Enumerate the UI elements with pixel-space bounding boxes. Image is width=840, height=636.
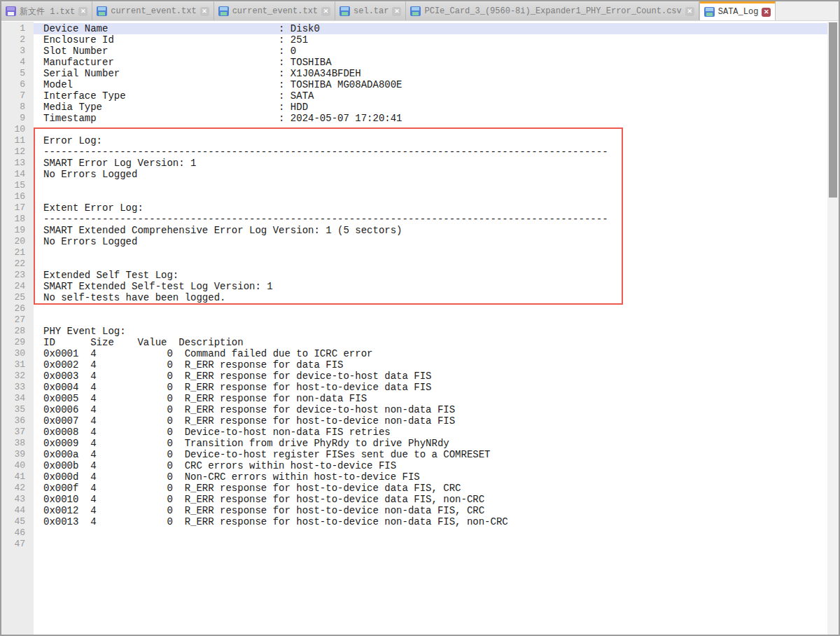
line-number: 36 bbox=[1, 415, 34, 427]
line-number: 34 bbox=[1, 393, 34, 404]
save-icon bbox=[340, 6, 350, 16]
line-number: 20 bbox=[1, 236, 34, 247]
line-number: 24 bbox=[1, 281, 34, 292]
line-number: 39 bbox=[1, 449, 34, 460]
tab-label: sel.tar bbox=[354, 6, 388, 16]
line-number: 18 bbox=[1, 214, 34, 225]
line-number: 14 bbox=[1, 169, 34, 180]
line-number: 47 bbox=[1, 539, 34, 550]
line-number: 27 bbox=[1, 314, 34, 326]
line-number: 46 bbox=[1, 527, 34, 539]
line-number: 21 bbox=[1, 247, 34, 258]
line-number: 1 bbox=[1, 23, 34, 34]
line-number-gutter: 1234567891011121314151617181920212223242… bbox=[1, 22, 34, 635]
line-number: 32 bbox=[1, 371, 34, 382]
tab-label: current_event.txt bbox=[232, 6, 318, 16]
line-number: 2 bbox=[1, 34, 34, 46]
tab-label: current_event.txt bbox=[111, 6, 196, 16]
save-icon bbox=[704, 7, 715, 17]
save-icon bbox=[6, 6, 16, 16]
line-number: 29 bbox=[1, 337, 34, 348]
tab-current-event-txt[interactable]: current_event.txt✕ bbox=[92, 1, 214, 20]
line-number: 16 bbox=[1, 191, 34, 202]
line-number: 13 bbox=[1, 158, 34, 169]
line-number: 8 bbox=[1, 102, 34, 113]
close-icon[interactable]: ✕ bbox=[685, 7, 694, 16]
tab-pcie-card-3-9560-8i-expander1-phy-error-count-csv[interactable]: PCIe_Card_3_(9560-8i)_Expander1_PHY_Erro… bbox=[406, 1, 699, 20]
line-number: 4 bbox=[1, 57, 34, 68]
line-number: 11 bbox=[1, 135, 34, 146]
line-number: 31 bbox=[1, 359, 34, 371]
line-number: 23 bbox=[1, 270, 34, 281]
line-number: 25 bbox=[1, 292, 34, 303]
save-icon bbox=[410, 6, 421, 16]
text-editor-window: 新文件 1.txt✕current_event.txt✕current_even… bbox=[0, 0, 840, 636]
vertical-scrollbar[interactable] bbox=[827, 22, 839, 635]
line-number: 26 bbox=[1, 303, 34, 314]
line-number: 28 bbox=[1, 326, 34, 337]
save-icon bbox=[218, 6, 229, 16]
line-number: 6 bbox=[1, 79, 34, 90]
line-number: 43 bbox=[1, 494, 34, 505]
line-number: 44 bbox=[1, 505, 34, 516]
line-number: 38 bbox=[1, 438, 34, 449]
scrollbar-thumb[interactable] bbox=[829, 22, 837, 198]
line-number: 30 bbox=[1, 348, 34, 359]
tab-label: PCIe_Card_3_(9560-8i)_Expander1_PHY_Erro… bbox=[424, 6, 681, 16]
close-icon[interactable]: ✕ bbox=[762, 8, 771, 17]
line-number: 37 bbox=[1, 427, 34, 438]
line-number: 10 bbox=[1, 124, 34, 135]
tab-bar: 新文件 1.txt✕current_event.txt✕current_even… bbox=[1, 1, 839, 21]
line-number: 42 bbox=[1, 483, 34, 494]
line-number: 22 bbox=[1, 258, 34, 270]
tab-1-txt[interactable]: 新文件 1.txt✕ bbox=[1, 1, 92, 20]
line-number: 12 bbox=[1, 146, 34, 158]
line-number: 19 bbox=[1, 225, 34, 236]
tab-current-event-txt[interactable]: current_event.txt✕ bbox=[214, 1, 335, 20]
line-number: 5 bbox=[1, 68, 34, 79]
close-icon[interactable]: ✕ bbox=[200, 7, 209, 16]
save-icon bbox=[97, 6, 107, 16]
code-region: Device Name : Disk0 Enclosure Id : 251 S… bbox=[34, 22, 827, 635]
line-number: 17 bbox=[1, 202, 34, 214]
editor-area: 1234567891011121314151617181920212223242… bbox=[1, 22, 839, 635]
line-number: 41 bbox=[1, 471, 34, 483]
line-number: 7 bbox=[1, 90, 34, 102]
close-icon[interactable]: ✕ bbox=[78, 7, 88, 16]
line-number: 35 bbox=[1, 404, 34, 415]
tab-label: 新文件 1.txt bbox=[20, 6, 75, 18]
line-number: 9 bbox=[1, 113, 34, 124]
editor-text[interactable]: Device Name : Disk0 Enclosure Id : 251 S… bbox=[34, 22, 827, 539]
line-number: 3 bbox=[1, 46, 34, 57]
line-number: 33 bbox=[1, 382, 34, 393]
tab-sel-tar[interactable]: sel.tar✕ bbox=[335, 1, 406, 20]
close-icon[interactable]: ✕ bbox=[392, 7, 401, 16]
line-number: 15 bbox=[1, 180, 34, 191]
tab-label: SATA_Log bbox=[718, 7, 759, 17]
line-number: 40 bbox=[1, 460, 34, 471]
close-icon[interactable]: ✕ bbox=[321, 7, 330, 16]
line-number: 45 bbox=[1, 516, 34, 527]
tab-sata-log[interactable]: SATA_Log✕ bbox=[699, 1, 776, 20]
